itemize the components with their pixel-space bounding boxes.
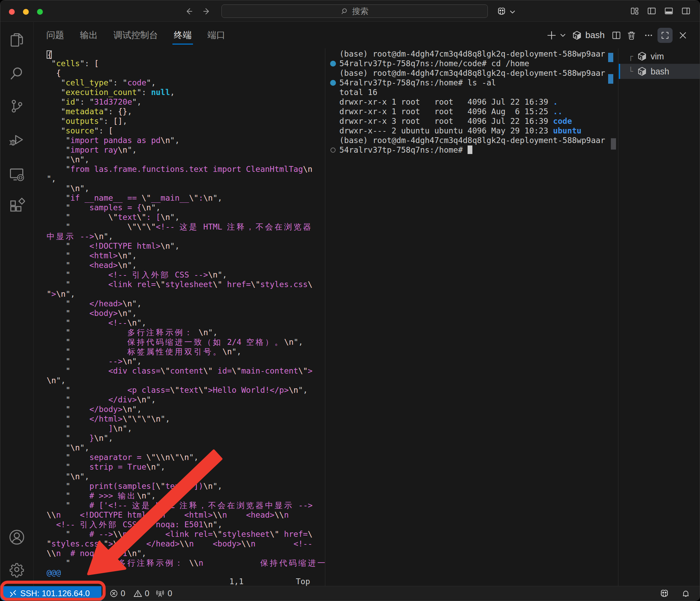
back-button[interactable]	[184, 7, 194, 16]
vim-line: " <p class=\"text\">Hello World!</p>\n",	[47, 385, 325, 395]
activity-bar-accounts[interactable]	[9, 529, 25, 545]
activity-bar-extensions[interactable]	[9, 198, 25, 214]
terminal-tab-bash[interactable]: └bash	[619, 64, 700, 79]
panel-tab-端口[interactable]: 端口	[207, 22, 225, 48]
command-decoration-filled	[330, 80, 336, 86]
views-more-actions-button[interactable]	[644, 31, 653, 40]
shell-icon	[637, 51, 647, 61]
vim-line: " </body>\n",	[47, 404, 325, 414]
remote-indicator[interactable]: SSH: 101.126.64.0	[0, 586, 101, 601]
ports-status[interactable]: 0	[155, 586, 172, 601]
command-center-search[interactable]: 搜索	[221, 4, 488, 18]
panel-header: 问题输出调试控制台终端端口 bash	[34, 22, 700, 48]
terminal-area: { "cells": [ { "cell_type": "code", "exe…	[34, 48, 700, 586]
toggle-secondary-sidebar-button[interactable]	[681, 6, 691, 16]
search-placeholder: 搜索	[352, 6, 369, 17]
panel-toolbar: bash	[546, 22, 688, 48]
vim-line: "metadata": {},	[47, 107, 325, 116]
command-decoration-mark	[608, 53, 613, 62]
tree-guide: └	[628, 64, 633, 79]
activity-bar-run-debug[interactable]	[9, 131, 25, 148]
remote-icon	[9, 589, 17, 598]
bash-output: (base) root@dm-4dgh47cm3q4d8q8lgk2q-depl…	[339, 49, 618, 155]
vim-line: " <body>\n",	[47, 308, 325, 318]
vim-line: " \"text\": [\n",	[47, 212, 325, 222]
terminal-tab-vim[interactable]: ┌vim	[619, 49, 700, 64]
active-shell-label: bash	[586, 30, 605, 40]
vim-line: " ]\n",	[47, 424, 325, 433]
new-terminal-button[interactable]	[546, 30, 557, 40]
copilot-status-icon[interactable]	[659, 589, 669, 599]
bash-line: drwxr-xr-x 3 root root 4096 Jul 22 16:39…	[339, 116, 618, 126]
terminal-tab-label: vim	[651, 49, 664, 64]
activity-bar-source-control[interactable]	[9, 98, 25, 115]
command-decoration-filled	[330, 61, 336, 67]
activity-bar-settings[interactable]	[9, 561, 25, 578]
bash-line: (base) root@dm-4dgh47cm3q4d8q8lgk2q-depl…	[339, 135, 618, 145]
problems-status[interactable]: 0 0	[109, 586, 149, 601]
vim-line: "import pandas as pd\n",	[47, 135, 325, 145]
warning-count: 0	[145, 589, 149, 598]
shell-icon	[572, 30, 582, 40]
kill-terminal-button[interactable]	[627, 31, 636, 40]
split-terminal-button[interactable]	[612, 31, 621, 40]
terminal-pane-bash[interactable]: (base) root@dm-4dgh47cm3q4d8q8lgk2q-depl…	[326, 48, 618, 586]
vim-cursor: {	[47, 50, 52, 59]
terminal-scrollbar-thumb[interactable]	[611, 138, 616, 150]
traffic-light-zoom[interactable]	[37, 9, 43, 15]
terminal-cursor	[468, 145, 472, 154]
panel-tabs: 问题输出调试控制台终端端口	[46, 22, 225, 48]
traffic-light-close[interactable]	[9, 9, 15, 15]
panel-tab-输出[interactable]: 输出	[80, 22, 98, 48]
shell-icon	[637, 66, 647, 76]
panel-tab-调试控制台[interactable]: 调试控制台	[113, 22, 158, 48]
activity-bar	[0, 22, 34, 586]
vim-line: " separator = \"\\n\"\n",	[47, 452, 325, 462]
vim-line: " strip = True\n",	[47, 462, 325, 472]
copilot-menu-chevron[interactable]	[509, 9, 516, 15]
traffic-light-minimize[interactable]	[23, 9, 29, 15]
customize-layout-button[interactable]	[630, 6, 639, 16]
bell-icon[interactable]	[681, 589, 690, 598]
terminal-pane-vim[interactable]: { "cells": [ { "cell_type": "code", "exe…	[34, 48, 325, 586]
vim-line: <!-- 引入外部 CSS # noqa: E501\n",	[47, 520, 325, 529]
activity-bar-explorer[interactable]	[9, 32, 25, 48]
vim-cursor-position: 1,1	[229, 577, 244, 586]
forward-button[interactable]	[202, 7, 212, 16]
command-decoration-mark	[608, 74, 613, 84]
panel-tab-终端[interactable]: 终端	[174, 22, 192, 48]
restore-panel-size-button[interactable]	[657, 28, 673, 43]
toggle-panel-button[interactable]	[664, 6, 674, 16]
vim-line: " <html>\n",	[47, 251, 325, 260]
vim-line: \\n # noqa: E501\n",	[47, 549, 325, 558]
copilot-icon[interactable]	[496, 7, 507, 17]
vim-line: "from las.frame.functions.text import Cl…	[47, 164, 325, 174]
vim-line: " # >>> 输出\n",	[47, 491, 325, 500]
bash-line: 54ralrv37tp-758q7ns:/home/code# cd /home	[339, 59, 618, 68]
toggle-primary-sidebar-button[interactable]	[647, 6, 656, 16]
panel-tab-问题[interactable]: 问题	[46, 22, 64, 48]
vim-line: "if __name__ == \"__main__\":\n",	[47, 193, 325, 203]
remote-label: SSH: 101.126.64.0	[20, 589, 90, 598]
vim-line: {	[47, 68, 325, 78]
vim-line: " </head>\n",	[47, 299, 325, 308]
close-panel-button[interactable]	[678, 31, 688, 40]
vim-line: " <head>\n",	[47, 260, 325, 270]
tree-guide: ┌	[628, 49, 633, 64]
bash-line: drwxr-x--- 2 ubuntu ubuntu 4096 May 29 1…	[339, 126, 618, 135]
command-decoration-hollow	[330, 148, 336, 153]
bash-line: 54ralrv37tp-758q7ns:/home# ls -al	[339, 78, 618, 87]
vim-buffer: { "cells": [ { "cell_type": "code", "exe…	[47, 49, 325, 577]
vim-line: "cells": [	[47, 59, 325, 68]
bash-line: total 16	[339, 87, 618, 97]
warning-icon	[133, 589, 142, 598]
vim-line: " <!--\n",	[47, 318, 325, 328]
vim-ruler: 1,1 Top	[34, 577, 325, 586]
activity-bar-search[interactable]	[9, 65, 25, 81]
error-count: 0	[121, 589, 125, 598]
radio-tower-icon	[155, 589, 165, 598]
vim-line: " print(samples[\"text\"])\n",	[47, 481, 325, 491]
vim-line: "\n",	[47, 472, 325, 481]
terminal-profile-dropdown[interactable]	[559, 32, 566, 39]
activity-bar-remote-explorer[interactable]	[9, 166, 25, 182]
